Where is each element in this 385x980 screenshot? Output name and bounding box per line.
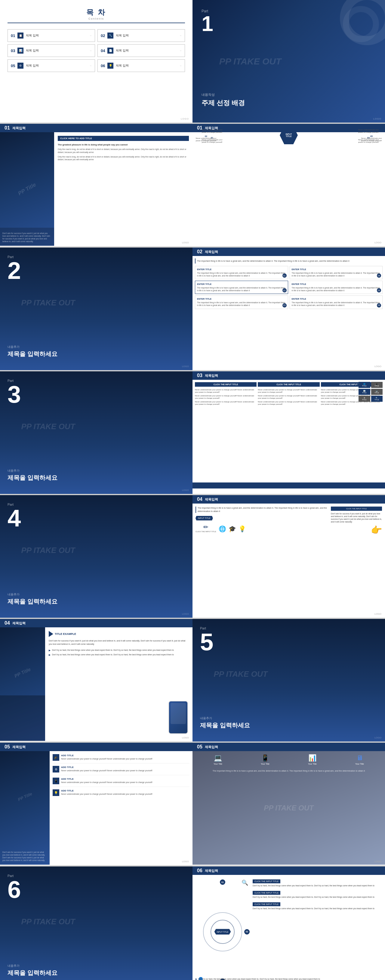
your-label-2: Your Title: [243, 763, 288, 765]
toc-arrow-1: →: [89, 34, 92, 37]
toc-arrow-3: →: [89, 49, 92, 52]
part3-title: 제목을 입력하세요: [8, 474, 185, 482]
icon-laptop: 💻: [195, 754, 240, 762]
part6-badge: Part 6: [8, 874, 21, 902]
slide-toc: 목 차 Contents 01 📋 제목 입력 → 02 🔧 제목 입력 →: [0, 0, 192, 123]
part6-num: 6: [8, 878, 21, 902]
toc-title: 목 차: [8, 8, 185, 17]
add-title-1: ADD TITLE: [61, 754, 152, 757]
hand-icon: 👉: [331, 525, 382, 535]
your-title-1: 💻 Your Title: [195, 754, 240, 765]
your-label-1: Your Title: [195, 763, 240, 765]
part2-bottom: 내용추가 제목을 입력하세요: [8, 345, 185, 358]
toc-arrow-2: →: [179, 34, 182, 37]
slide05a-left-text: Don't aim for success if you want it; ju…: [2, 851, 47, 862]
part5-num: 5: [200, 630, 214, 654]
slide03r-num: 03: [197, 373, 203, 378]
slide01-img-panel: PP Title Don't aim for success if you wa…: [0, 132, 54, 246]
part5-watermark: PP ITAKE OUT: [214, 670, 268, 679]
icon-label-3: TITLE: [359, 392, 370, 394]
toc-item-3[interactable]: 03 📊 제목 입력 →: [8, 44, 95, 57]
part4-title: 제목을 입력하세요: [8, 598, 185, 606]
slide05b-num: 05: [197, 744, 203, 749]
toc-item-2[interactable]: 02 🔧 제목 입력 →: [97, 29, 185, 42]
part2-num: 2: [8, 259, 21, 283]
row-3: PP ITAKE OUT Part 2 내용추가 제목을 입력하세요 LOGO …: [0, 248, 385, 370]
toc-icon-2: 🔧: [108, 32, 113, 38]
slide-part3: PP ITAKE OUT Part 3 내용추가 제목을 입력하세요 LOGO: [0, 371, 192, 494]
slide06r-body: INPUT TITLE 01 02 03 👤: [192, 875, 385, 980]
part1-logo: LOGO: [373, 118, 382, 120]
part3-num: 3: [8, 382, 21, 407]
slide04a-body: PP Title TITLE EXAMPLE Don't aim for suc…: [0, 627, 192, 741]
toc-num-1: 01: [11, 33, 15, 38]
toc-grid: 01 📋 제목 입력 → 02 🔧 제목 입력 → 03 📊 제목 입력 →: [8, 29, 185, 72]
slide05a-header: 05 제목입력: [0, 743, 192, 751]
toc-num-2: 02: [101, 33, 105, 38]
toc-num-5: 05: [11, 64, 15, 68]
part1-circle-deco2: [343, 6, 379, 42]
enter-text-3: The important thing in life is to have a…: [197, 286, 286, 292]
click-label-2: CLICK THE INPUT TITLE: [253, 891, 280, 895]
toc-item-4[interactable]: 04 📄 제목 입력 →: [97, 44, 185, 57]
slide-part5: PP ITAKE OUT Part 5 내용추가 제목을 입력하세요 LOGO: [192, 619, 385, 741]
slide04a-header: 04 제목입력: [0, 619, 192, 627]
slide03r-body: CLICK THE INPUT TITLE CLICK THE INPUT TI…: [192, 380, 385, 493]
toc-arrow-4: →: [179, 49, 182, 52]
enter-box-1: ENTER TITLE The important thing in life …: [195, 266, 288, 279]
click-text-2: Don't try so hard, the best things come …: [253, 896, 382, 898]
slide04r-logo: LOGO: [374, 612, 382, 615]
click-label-3: CLICK THE INPUT TITLE: [253, 902, 280, 906]
slide01-body: PP Title Don't aim for success if you wa…: [0, 132, 192, 246]
part6-bottom: 내용추가 제목을 입력하세요: [8, 964, 185, 977]
toc-num-6: 06: [101, 64, 105, 68]
toc-item-5[interactable]: 05 ⚙ 제목 입력 →: [8, 59, 95, 72]
bullet-text-1: Don't try so hard, the best things come …: [52, 649, 174, 651]
slide04a-title-example: TITLE EXAMPLE: [49, 631, 189, 637]
slide04a-watermark: PP Title: [14, 667, 32, 679]
part4-badge: Part 4: [8, 503, 21, 530]
item-03: 03 Never underestimate your power to cha…: [201, 127, 223, 134]
slide01-body-text: The greatest pleasure in life is doing w…: [58, 143, 189, 146]
icon-desktop: 🖥: [337, 754, 382, 762]
toc-item-1[interactable]: 01 📋 제목 입력 →: [8, 29, 95, 42]
add-content-4: ADD TITLE Never underestimate your power…: [61, 789, 152, 795]
toc-label-2: 제목 입력: [116, 33, 129, 38]
part1-bottom: 내용작성 주제 선정 배경: [201, 92, 376, 108]
toc-item-6[interactable]: 06 💡 제목 입력 →: [97, 59, 185, 72]
toc-icon-6: 💡: [108, 63, 113, 68]
slide05b-logo: LOGO: [374, 860, 382, 863]
slide04a-bullet1: ▶ Don't try so hard, the best things com…: [49, 649, 189, 652]
toc-icon-4: 📄: [108, 48, 113, 54]
bottom-bullet-1: ▶ Don't try so hard, the best things com…: [195, 978, 382, 980]
slide01-left-text: Don't aim for success if you want it; ju…: [2, 232, 52, 243]
slide01-logo: LOGO: [182, 241, 189, 244]
add-icon-1: 🎓: [52, 754, 59, 761]
slide01-click-title: CLICK HERE TO ADD TITLE: [58, 136, 189, 141]
part3-bottom: 내용추가 제목을 입력하세요: [8, 469, 185, 482]
slide03r-headers: CLICK THE INPUT TITLE CLICK THE INPUT TI…: [195, 382, 383, 387]
phone-mock: [168, 701, 188, 734]
circle-num-2: 02: [244, 929, 250, 934]
slide-part2: PP ITAKE OUT Part 2 내용추가 제목을 입력하세요 LOGO: [0, 248, 192, 370]
part5-subtitle: 내용추가: [200, 716, 377, 721]
item-02: 02 Never underestimate your power to cha…: [195, 135, 217, 142]
icon-tablet: 📊: [290, 754, 335, 762]
slide01r-logo: LOGO: [374, 241, 382, 244]
col1-text3: Never underestimate your power to change…: [195, 401, 257, 406]
slide02r-title: 제목입력: [205, 250, 218, 254]
row-6: 04 제목입력 PP Title TITLE EXAMPLE: [0, 619, 385, 741]
slide05b-right: 05 제목입력 PP ITAKE OUT 💻 Your Title: [192, 743, 385, 865]
enter-num-5: 03: [282, 303, 287, 307]
title-arrow: [49, 631, 53, 637]
click-item-2: CLICK THE INPUT TITLE Don't try so hard,…: [253, 889, 382, 898]
slide04r-title: 제목입력: [205, 497, 218, 502]
slide05b-body-text: The important thing in life is to have a…: [195, 770, 382, 773]
slide04r-icons: ✏ CLICK THE INPUT TITLE 🌐 🎓 💡: [195, 523, 328, 533]
bullet-icon-1: ▶: [49, 649, 51, 652]
toc-icon-3: 📊: [17, 48, 24, 54]
enter-text-6: The important thing in life is to have a…: [292, 301, 381, 307]
enter-title-2: ENTER TITLE: [292, 268, 381, 271]
toc-logo: LOGO: [181, 118, 189, 120]
col1-text1: Never underestimate your power to change…: [195, 388, 257, 394]
